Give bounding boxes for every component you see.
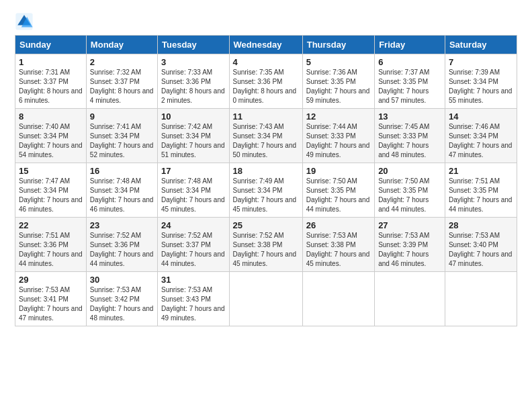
day-info: Sunrise: 7:37 AMSunset: 3:35 PMDaylight:… <box>378 68 441 105</box>
day-header-thursday: Thursday <box>302 36 374 54</box>
day-number: 6 <box>378 57 441 67</box>
day-info: Sunrise: 7:45 AMSunset: 3:33 PMDaylight:… <box>378 122 441 160</box>
calendar-cell: 4Sunrise: 7:35 AMSunset: 3:36 PMDaylight… <box>229 54 302 109</box>
calendar-cell: 20Sunrise: 7:50 AMSunset: 3:35 PMDayligh… <box>375 163 445 218</box>
day-number: 5 <box>306 57 371 67</box>
header <box>15 12 517 31</box>
calendar-cell: 28Sunrise: 7:53 AMSunset: 3:40 PMDayligh… <box>445 218 517 272</box>
calendar-cell <box>445 272 517 326</box>
day-info: Sunrise: 7:31 AMSunset: 3:37 PMDaylight:… <box>19 68 83 105</box>
day-number: 29 <box>19 275 83 285</box>
day-info: Sunrise: 7:48 AMSunset: 3:34 PMDaylight:… <box>161 177 226 214</box>
day-number: 18 <box>233 166 299 176</box>
calendar-cell: 7Sunrise: 7:39 AMSunset: 3:34 PMDaylight… <box>445 54 517 109</box>
day-number: 30 <box>90 275 154 285</box>
calendar-cell: 31Sunrise: 7:53 AMSunset: 3:43 PMDayligh… <box>158 272 230 326</box>
calendar-cell: 8Sunrise: 7:40 AMSunset: 3:34 PMDaylight… <box>15 109 87 163</box>
day-info: Sunrise: 7:50 AMSunset: 3:35 PMDaylight:… <box>306 177 371 214</box>
calendar-cell: 12Sunrise: 7:44 AMSunset: 3:33 PMDayligh… <box>302 109 374 163</box>
day-info: Sunrise: 7:52 AMSunset: 3:37 PMDaylight:… <box>161 231 226 269</box>
day-number: 31 <box>161 275 226 285</box>
day-number: 12 <box>306 111 371 122</box>
calendar-cell: 22Sunrise: 7:51 AMSunset: 3:36 PMDayligh… <box>15 218 87 272</box>
calendar-cell <box>375 272 445 326</box>
day-number: 24 <box>161 220 226 230</box>
logo <box>15 12 36 31</box>
day-number: 13 <box>378 111 441 122</box>
day-number: 3 <box>161 57 226 67</box>
calendar-cell: 23Sunrise: 7:52 AMSunset: 3:36 PMDayligh… <box>86 218 157 272</box>
day-number: 16 <box>90 166 154 176</box>
day-number: 10 <box>161 111 226 122</box>
calendar-week-5: 29Sunrise: 7:53 AMSunset: 3:41 PMDayligh… <box>15 272 517 326</box>
calendar-cell: 2Sunrise: 7:32 AMSunset: 3:37 PMDaylight… <box>86 54 157 109</box>
calendar-cell: 5Sunrise: 7:36 AMSunset: 3:35 PMDaylight… <box>302 54 374 109</box>
day-info: Sunrise: 7:35 AMSunset: 3:36 PMDaylight:… <box>233 68 299 105</box>
calendar-week-3: 15Sunrise: 7:47 AMSunset: 3:34 PMDayligh… <box>15 163 517 218</box>
day-info: Sunrise: 7:51 AMSunset: 3:36 PMDaylight:… <box>19 231 83 269</box>
day-info: Sunrise: 7:48 AMSunset: 3:34 PMDaylight:… <box>90 177 154 214</box>
calendar-cell: 1Sunrise: 7:31 AMSunset: 3:37 PMDaylight… <box>15 54 87 109</box>
day-number: 25 <box>233 220 299 230</box>
page: SundayMondayTuesdayWednesdayThursdayFrid… <box>0 0 532 411</box>
day-number: 19 <box>306 166 371 176</box>
day-number: 26 <box>306 220 371 230</box>
day-info: Sunrise: 7:39 AMSunset: 3:34 PMDaylight:… <box>449 68 513 105</box>
calendar-cell <box>302 272 374 326</box>
day-number: 9 <box>90 111 154 122</box>
day-info: Sunrise: 7:51 AMSunset: 3:35 PMDaylight:… <box>449 177 513 214</box>
day-number: 14 <box>449 111 513 122</box>
day-info: Sunrise: 7:42 AMSunset: 3:34 PMDaylight:… <box>161 122 226 160</box>
day-number: 27 <box>378 220 441 230</box>
day-number: 8 <box>19 111 83 122</box>
day-number: 23 <box>90 220 154 230</box>
calendar-cell: 6Sunrise: 7:37 AMSunset: 3:35 PMDaylight… <box>375 54 445 109</box>
calendar-cell: 16Sunrise: 7:48 AMSunset: 3:34 PMDayligh… <box>86 163 157 218</box>
day-info: Sunrise: 7:36 AMSunset: 3:35 PMDaylight:… <box>306 68 371 105</box>
day-number: 28 <box>449 220 513 230</box>
day-info: Sunrise: 7:49 AMSunset: 3:34 PMDaylight:… <box>233 177 299 214</box>
day-info: Sunrise: 7:32 AMSunset: 3:37 PMDaylight:… <box>90 68 154 105</box>
day-info: Sunrise: 7:47 AMSunset: 3:34 PMDaylight:… <box>19 177 83 214</box>
calendar-cell: 29Sunrise: 7:53 AMSunset: 3:41 PMDayligh… <box>15 272 87 326</box>
calendar-cell: 19Sunrise: 7:50 AMSunset: 3:35 PMDayligh… <box>302 163 374 218</box>
day-number: 4 <box>233 57 299 67</box>
calendar-cell: 11Sunrise: 7:43 AMSunset: 3:34 PMDayligh… <box>229 109 302 163</box>
calendar-cell: 15Sunrise: 7:47 AMSunset: 3:34 PMDayligh… <box>15 163 87 218</box>
day-number: 7 <box>449 57 513 67</box>
day-header-saturday: Saturday <box>445 36 517 54</box>
day-header-friday: Friday <box>375 36 445 54</box>
day-info: Sunrise: 7:50 AMSunset: 3:35 PMDaylight:… <box>378 177 441 214</box>
day-info: Sunrise: 7:40 AMSunset: 3:34 PMDaylight:… <box>19 122 83 160</box>
calendar-cell: 18Sunrise: 7:49 AMSunset: 3:34 PMDayligh… <box>229 163 302 218</box>
calendar-cell: 27Sunrise: 7:53 AMSunset: 3:39 PMDayligh… <box>375 218 445 272</box>
day-header-monday: Monday <box>86 36 157 54</box>
day-number: 11 <box>233 111 299 122</box>
calendar-cell <box>229 272 302 326</box>
day-number: 2 <box>90 57 154 67</box>
calendar-cell: 17Sunrise: 7:48 AMSunset: 3:34 PMDayligh… <box>158 163 230 218</box>
day-header-tuesday: Tuesday <box>158 36 230 54</box>
day-info: Sunrise: 7:41 AMSunset: 3:34 PMDaylight:… <box>90 122 154 160</box>
day-info: Sunrise: 7:33 AMSunset: 3:36 PMDaylight:… <box>161 68 226 105</box>
day-info: Sunrise: 7:52 AMSunset: 3:38 PMDaylight:… <box>233 231 299 269</box>
day-info: Sunrise: 7:44 AMSunset: 3:33 PMDaylight:… <box>306 122 371 160</box>
day-number: 21 <box>449 166 513 176</box>
day-number: 15 <box>19 166 83 176</box>
day-header-sunday: Sunday <box>15 36 87 54</box>
calendar-table: SundayMondayTuesdayWednesdayThursdayFrid… <box>15 35 517 326</box>
day-info: Sunrise: 7:53 AMSunset: 3:38 PMDaylight:… <box>306 231 371 269</box>
day-info: Sunrise: 7:43 AMSunset: 3:34 PMDaylight:… <box>233 122 299 160</box>
day-info: Sunrise: 7:52 AMSunset: 3:36 PMDaylight:… <box>90 231 154 269</box>
day-number: 17 <box>161 166 226 176</box>
calendar-cell: 30Sunrise: 7:53 AMSunset: 3:42 PMDayligh… <box>86 272 157 326</box>
calendar-cell: 26Sunrise: 7:53 AMSunset: 3:38 PMDayligh… <box>302 218 374 272</box>
day-info: Sunrise: 7:53 AMSunset: 3:43 PMDaylight:… <box>161 285 226 323</box>
day-info: Sunrise: 7:53 AMSunset: 3:41 PMDaylight:… <box>19 285 83 323</box>
logo-icon <box>15 12 34 31</box>
calendar-cell: 10Sunrise: 7:42 AMSunset: 3:34 PMDayligh… <box>158 109 230 163</box>
calendar-cell: 21Sunrise: 7:51 AMSunset: 3:35 PMDayligh… <box>445 163 517 218</box>
day-info: Sunrise: 7:53 AMSunset: 3:40 PMDaylight:… <box>449 231 513 269</box>
calendar-week-4: 22Sunrise: 7:51 AMSunset: 3:36 PMDayligh… <box>15 218 517 272</box>
day-info: Sunrise: 7:46 AMSunset: 3:34 PMDaylight:… <box>449 122 513 160</box>
